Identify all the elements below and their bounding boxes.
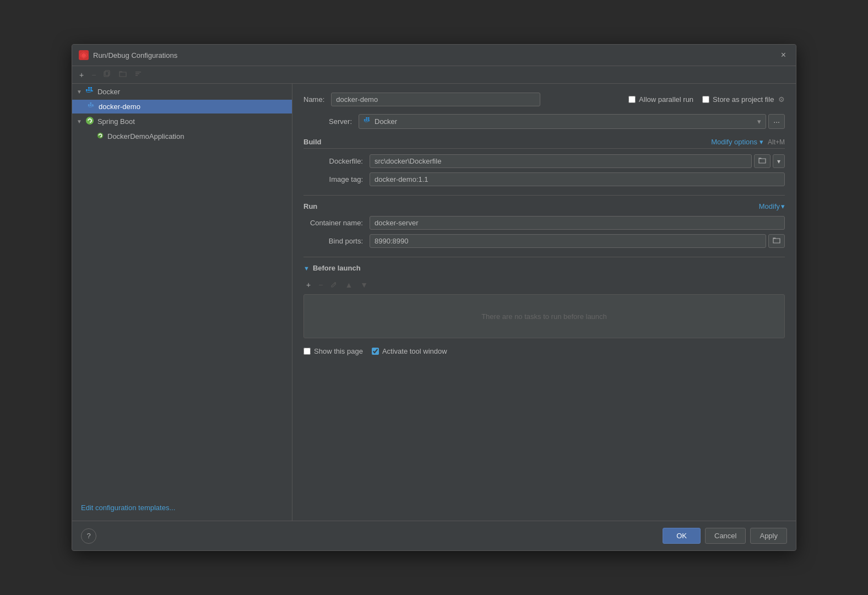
- title-bar: Run/Debug Configurations ×: [72, 45, 796, 66]
- copy-button[interactable]: [101, 68, 114, 81]
- remove-button[interactable]: −: [89, 69, 99, 81]
- before-launch-toolbar: + − ▲ ▼: [303, 279, 785, 291]
- build-section-title: Build: [303, 138, 322, 146]
- show-page-item[interactable]: Show this page: [303, 347, 363, 355]
- apply-button[interactable]: Apply: [750, 528, 787, 544]
- dockerdemo-app-item[interactable]: DockerDemoApplication: [72, 129, 292, 143]
- run-section: Run Modify ▾ Container name: Bind ports:: [303, 202, 785, 248]
- svg-point-18: [89, 118, 90, 120]
- svg-point-12: [92, 90, 93, 91]
- image-tag-row: Image tag:: [303, 172, 785, 186]
- svg-rect-25: [368, 117, 370, 119]
- activate-tool-window-item[interactable]: Activate tool window: [372, 347, 447, 355]
- svg-rect-23: [368, 119, 370, 121]
- docker-group-icon: [85, 86, 94, 97]
- sort-button[interactable]: [132, 68, 145, 81]
- container-name-input[interactable]: [370, 216, 785, 230]
- container-name-label: Container name:: [303, 219, 370, 227]
- springboot-group-icon: [85, 116, 94, 127]
- svg-rect-2: [105, 71, 110, 75]
- svg-rect-9: [90, 89, 92, 91]
- image-tag-input[interactable]: [370, 172, 785, 186]
- bind-ports-input-wrap: [370, 234, 785, 248]
- name-input[interactable]: [331, 93, 540, 106]
- name-row: Name: Allow parallel run Store as projec…: [303, 93, 785, 106]
- modify-run-chevron-icon: ▾: [781, 202, 785, 210]
- bind-ports-label: Bind ports:: [303, 237, 370, 245]
- svg-rect-14: [90, 104, 91, 106]
- ok-button[interactable]: OK: [663, 528, 701, 544]
- activate-tool-window-label: Activate tool window: [382, 347, 447, 355]
- svg-rect-22: [366, 119, 367, 121]
- docker-demo-icon: [88, 102, 95, 111]
- dialog-icon: [79, 50, 89, 60]
- cancel-button[interactable]: Cancel: [705, 528, 746, 544]
- dockerfile-label: Dockerfile:: [303, 157, 370, 165]
- close-button[interactable]: ×: [778, 49, 789, 61]
- server-row: Server:: [303, 114, 785, 129]
- modify-options-shortcut: Alt+M: [768, 138, 785, 146]
- folder-button[interactable]: [116, 68, 129, 81]
- dockerfile-input-wrap: ▾: [370, 154, 785, 168]
- dockerdemo-app-icon: [96, 132, 104, 141]
- edit-templates-link[interactable]: Edit configuration templates...: [77, 501, 287, 514]
- docker-chevron-icon: ▼: [77, 89, 82, 95]
- springboot-group[interactable]: ▼ Spring Boot: [72, 113, 292, 129]
- before-launch-add-button[interactable]: +: [303, 279, 313, 291]
- action-buttons: OK Cancel Apply: [663, 528, 787, 544]
- modify-run-link[interactable]: Modify ▾: [759, 202, 785, 210]
- dockerfile-browse-button[interactable]: [754, 154, 771, 168]
- activate-tool-window-checkbox[interactable]: [372, 348, 379, 355]
- show-page-checkbox[interactable]: [303, 348, 311, 355]
- bind-ports-input[interactable]: [370, 234, 766, 248]
- svg-rect-15: [92, 104, 94, 106]
- server-dropdown-icon: ▾: [757, 117, 761, 126]
- docker-group[interactable]: ▼ Docker: [72, 84, 292, 100]
- svg-rect-7: [86, 89, 88, 91]
- springboot-group-label: Spring Boot: [97, 117, 135, 126]
- before-launch-remove-button[interactable]: −: [316, 279, 326, 291]
- dockerfile-input[interactable]: [370, 154, 752, 168]
- before-launch-up-button[interactable]: ▲: [342, 279, 355, 291]
- before-launch-down-button[interactable]: ▼: [357, 279, 371, 291]
- server-select[interactable]: Docker ▾: [359, 114, 766, 129]
- right-panel: Name: Allow parallel run Store as projec…: [292, 84, 796, 521]
- modify-options-link[interactable]: Modify options ▾: [711, 138, 763, 146]
- build-section: Build Modify options ▾ Alt+M Dockerfile:: [303, 138, 785, 186]
- allow-parallel-checkbox[interactable]: [628, 96, 636, 103]
- left-panel: ▼ Docker: [72, 84, 292, 521]
- before-launch-edit-button[interactable]: [328, 279, 340, 291]
- svg-rect-16: [90, 102, 91, 104]
- container-name-input-wrap: [370, 216, 785, 230]
- help-button[interactable]: ?: [81, 528, 96, 544]
- server-select-inner: Docker: [364, 117, 397, 126]
- before-launch-empty: There are no tasks to run before launch: [303, 294, 785, 338]
- dialog-title: Run/Debug Configurations: [93, 51, 177, 60]
- before-launch-divider: [303, 257, 785, 257]
- svg-rect-5: [135, 73, 139, 74]
- dockerfile-dropdown-button[interactable]: ▾: [773, 154, 785, 168]
- server-more-button[interactable]: ···: [768, 114, 785, 129]
- docker-demo-item[interactable]: docker-demo: [72, 100, 292, 113]
- bind-ports-browse-button[interactable]: [768, 234, 785, 248]
- before-launch-collapse-icon[interactable]: ▼: [303, 265, 310, 272]
- modify-options-chevron-icon: ▾: [760, 138, 763, 146]
- store-as-project-item[interactable]: Store as project file ⚙: [702, 95, 785, 104]
- store-as-project-checkbox[interactable]: [702, 96, 709, 103]
- svg-rect-24: [366, 117, 367, 119]
- svg-rect-3: [104, 72, 109, 77]
- main-content: ▼ Docker: [72, 84, 796, 521]
- show-page-label: Show this page: [314, 347, 363, 355]
- modify-options-area: Modify options ▾ Alt+M: [711, 138, 785, 146]
- allow-parallel-item[interactable]: Allow parallel run: [628, 95, 693, 104]
- add-button[interactable]: +: [77, 69, 86, 81]
- run-debug-dialog: Run/Debug Configurations × + − ▼: [72, 44, 796, 551]
- allow-parallel-label: Allow parallel run: [639, 95, 693, 104]
- docker-demo-label: docker-demo: [99, 102, 140, 111]
- dockerfile-row: Dockerfile: ▾: [303, 154, 785, 168]
- name-input-wrap: [331, 93, 620, 106]
- run-divider: [303, 195, 785, 196]
- before-launch-title: Before launch: [313, 264, 361, 272]
- build-section-header: Build Modify options ▾ Alt+M: [303, 138, 785, 149]
- server-value: Docker: [375, 117, 397, 126]
